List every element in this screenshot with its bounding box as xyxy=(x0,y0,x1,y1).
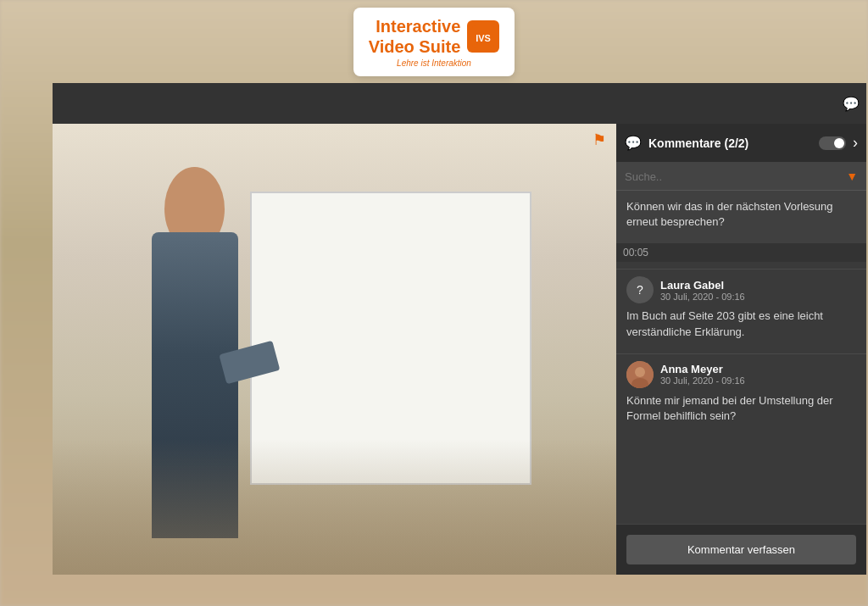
comment-timestamp-1: 00:05 xyxy=(616,243,866,262)
comment-reply-2: Anna Meyer 30 Juli, 2020 - 09:16 Könnte … xyxy=(616,353,866,431)
svg-point-3 xyxy=(635,367,645,377)
top-bar: 💬 xyxy=(53,83,866,124)
user-row-laura: ? Laura Gabel 30 Juli, 2020 - 09:16 xyxy=(626,276,856,303)
svg-text:IVS: IVS xyxy=(476,33,491,43)
floor-gradient xyxy=(53,439,616,575)
logo-icon: IVS xyxy=(467,20,499,53)
avatar-laura-icon: ? xyxy=(637,283,643,297)
chat-icon: 💬 xyxy=(625,135,642,151)
sidebar-toggle[interactable] xyxy=(819,136,846,150)
logo-subtitle: Lehre ist Interaktion xyxy=(397,58,471,68)
sidebar-header: 💬 Kommentare (2/2) › xyxy=(616,124,866,163)
compose-area: Kommentar verfassen xyxy=(616,524,866,575)
sidebar-chevron[interactable]: › xyxy=(853,134,858,152)
logo-title: Interactive Video Suite IVS xyxy=(369,16,500,57)
logo-area: Interactive Video Suite IVS Lehre ist In… xyxy=(0,0,868,83)
search-input[interactable] xyxy=(625,170,841,183)
comments-list: Können wir das in der nächsten Vorlesung… xyxy=(616,191,866,524)
sidebar-title: Kommentare (2/2) xyxy=(648,136,812,150)
logo-line2: Video Suite xyxy=(369,36,461,57)
comment-question-1: Können wir das in der nächsten Vorlesung… xyxy=(626,199,856,230)
content-area: ⚑ ▶ ⏮ ⏭ ⏭ ⏭ 00:05:852 / 00:09 ⌁x1.0 xyxy=(53,124,866,575)
flag-icon[interactable]: ⚑ xyxy=(593,131,606,149)
comment-thread-1: Können wir das in der nächsten Vorlesung… xyxy=(616,191,866,243)
anna-date: 30 Juli, 2020 - 09:16 xyxy=(660,375,745,386)
user-row-anna: Anna Meyer 30 Juli, 2020 - 09:16 xyxy=(626,361,856,388)
anna-comment-text: Könnte mir jemand bei der Umstellung der… xyxy=(626,393,856,424)
lecture-scene xyxy=(53,124,616,575)
spacer xyxy=(616,347,866,353)
video-area[interactable]: ⚑ ▶ ⏮ ⏭ ⏭ ⏭ 00:05:852 / 00:09 ⌁x1.0 xyxy=(53,124,616,575)
user-info-anna: Anna Meyer 30 Juli, 2020 - 09:16 xyxy=(660,363,745,386)
comment-reply-1: ? Laura Gabel 30 Juli, 2020 - 09:16 Im B… xyxy=(616,269,866,346)
search-bar: ▼ xyxy=(616,163,866,191)
laura-date: 30 Juli, 2020 - 09:16 xyxy=(660,292,745,302)
player-container: 💬 ⚑ xyxy=(53,83,866,575)
filter-icon[interactable]: ▼ xyxy=(846,170,858,183)
compose-button[interactable]: Kommentar verfassen xyxy=(626,535,856,564)
video-placeholder: ⚑ xyxy=(53,124,616,575)
laura-comment-text: Im Buch auf Seite 203 gibt es eine leich… xyxy=(626,309,856,339)
sidebar: 💬 Kommentare (2/2) › ▼ Können wir das in… xyxy=(616,124,866,575)
logo-box: Interactive Video Suite IVS Lehre ist In… xyxy=(353,8,515,76)
camera-icon: 💬 xyxy=(843,96,860,112)
anna-avatar-svg xyxy=(626,361,654,388)
avatar-anna xyxy=(626,361,654,388)
anna-name: Anna Meyer xyxy=(660,363,745,375)
avatar-laura: ? xyxy=(626,276,654,303)
laura-name: Laura Gabel xyxy=(660,279,745,292)
user-info-laura: Laura Gabel 30 Juli, 2020 - 09:16 xyxy=(660,279,745,302)
logo-line1: Interactive xyxy=(369,16,461,36)
